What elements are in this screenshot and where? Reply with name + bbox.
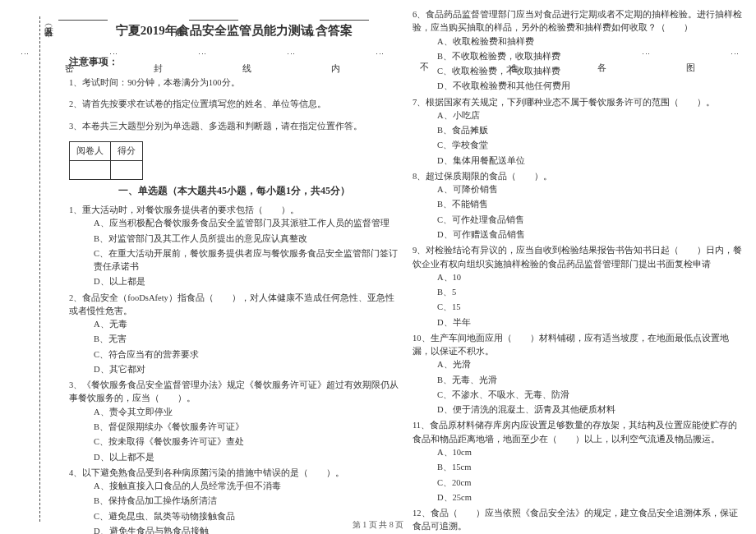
score-box-header: 阅卷人 [70, 141, 111, 160]
question-option: C、学校食堂 [437, 139, 743, 152]
question: 7、根据国家有关规定，下列哪种业态不属于餐饮服务许可的范围（ ）。 A、小吃店 … [413, 96, 743, 168]
question-option: B、保持食品加工操作场所清洁 [94, 495, 399, 508]
question: 3、《餐饮服务食品安全监督管理办法》规定《餐饮服务许可证》超过有效期限仍从事餐饮… [69, 379, 399, 464]
exam-title: 宁夏2019年食品安全监管员能力测试 含答案 [69, 21, 399, 40]
score-box-cell [111, 161, 143, 180]
question-stem: 2、食品安全（fooDsAfety）指食品（ ），对人体健康不造成任何急性、亚急… [69, 292, 399, 319]
score-box-cell [70, 161, 111, 180]
question-option: D、以上都不是 [94, 451, 399, 464]
question-option: D、半年 [437, 316, 743, 329]
binding-field-name: 姓名 [173, 16, 238, 24]
question-option: A、收取检验费和抽样费 [437, 35, 743, 48]
question-stem: 1、重大活动时，对餐饮服务提供者的要求包括（ ）。 [69, 204, 399, 217]
page-number: 第 1 页 共 8 页 [0, 519, 756, 531]
binding-field-unit: 单位 [304, 16, 369, 24]
question: 11、食品原材料储存库房内应设置足够数量的存放架，其结构及位置应能使贮存的食品和… [413, 419, 743, 504]
question-option: B、对监管部门及其工作人员所提出的意见应认真整改 [94, 232, 399, 246]
score-box: 阅卷人 得分 [69, 141, 143, 181]
question-option: C、不渗水、不吸水、无毒、防滑 [437, 389, 743, 402]
question: 8、超过保质期限的食品（ ）。 A、可降价销售 B、不能销售 C、可作处理食品销… [413, 170, 743, 242]
binding-dots: ⋮ [375, 49, 385, 62]
question-option: B、无害 [94, 333, 399, 346]
binding-dots: ⋮ [20, 49, 30, 62]
question-option: A、小吃店 [437, 109, 743, 122]
question-option: C、20cm [437, 476, 743, 490]
binding-dots: ⋮ [463, 49, 474, 62]
question-option: A、10cm [437, 446, 743, 459]
section-heading: 一、单选题（本大题共45小题，每小题1分，共45分） [118, 183, 399, 199]
notice-item: 2、请首先按要求在试卷的指定位置填写您的姓名、单位等信息。 [69, 98, 399, 111]
binding-dots: ⋮ [286, 49, 297, 62]
binding-dots: ⋮ [552, 49, 563, 62]
column-left: 宁夏2019年食品安全监管员能力测试 含答案 注意事项： 1、考试时间：90分钟… [69, 8, 399, 509]
question: 10、生产车间地面应用（ ）材料铺砌，应有适当坡度，在地面最低点设置地漏，以保证… [413, 332, 743, 417]
question-option: A、无毒 [94, 318, 399, 331]
question-option: C、15 [437, 301, 743, 314]
question-option: C、按未取得《餐饮服务许可证》查处 [94, 435, 399, 449]
binding-seal-col: ⋮ 图 ⋮ 各 ⋮ 准 ⋮ 不 ⋮ 内 ⋮ 线 ⋮ 封 ⋮ 密 ⋮ [20, 49, 740, 62]
question: 1、重大活动时，对餐饮服务提供者的要求包括（ ）。 A、应当积极配合餐饮服务食品… [69, 204, 399, 289]
question-option: B、督促限期续办《餐饮服务许可证》 [94, 421, 399, 434]
binding-dots: ⋮ [730, 49, 740, 62]
question-option: D、集体用餐配送单位 [437, 154, 743, 168]
question-option: B、15cm [437, 461, 743, 474]
content-columns: 宁夏2019年食品安全监管员能力测试 含答案 注意事项： 1、考试时间：90分钟… [69, 8, 743, 509]
question-stem: 4、以下避免熟食品受到各种病原菌污染的措施中错误的是（ ）。 [69, 467, 399, 480]
question-option: C、在重大活动开展前，餐饮服务提供者应与餐饮服务食品安全监管部门签订责任承诺书 [94, 247, 399, 274]
question-option: A、应当积极配合餐饮服务食品安全监管部门及其派驻工作人员的监督管理 [94, 217, 399, 230]
question: 9、对检验结论有异议的，应当自收到检验结果报告书告知书日起（ ）日内，餐饮企业有… [413, 244, 743, 329]
question-option: D、以上都是 [94, 275, 399, 288]
question-option: A、光滑 [437, 358, 743, 371]
binding-strip: 单位 姓名 市（区县） ⋮ 图 ⋮ 各 ⋮ 准 ⋮ 不 ⋮ 内 ⋮ 线 ⋮ 封 … [15, 16, 64, 509]
binding-field-city: 市（区县） [43, 16, 108, 24]
question-option: A、接触直接入口食品的人员经常洗手但不消毒 [94, 480, 399, 493]
binding-dots: ⋮ [108, 49, 119, 62]
question-stem: 8、超过保质期限的食品（ ）。 [413, 170, 743, 183]
question-stem: 9、对检验结论有异议的，应当自收到检验结果报告书告知书日起（ ）日内，餐饮企业有… [413, 244, 743, 271]
question-option: D、便于清洗的混凝土、沥青及其他硬质材料 [437, 403, 743, 417]
question-option: A、可降价销售 [437, 183, 743, 196]
question-stem: 6、食品药品监督管理部门应当对食品进行定期或者不定期的抽样检验。进行抽样检验，应… [413, 8, 743, 35]
question-option: A、责令其立即停业 [94, 406, 399, 419]
question-option: B、不能销售 [437, 198, 743, 211]
question-option: B、5 [437, 286, 743, 299]
notice-item: 3、本卷共三大题型分别为单选题、多选题和判断题，请在指定位置作答。 [69, 120, 399, 133]
question: 2、食品安全（fooDsAfety）指食品（ ），对人体健康不造成任何急性、亚急… [69, 292, 399, 377]
question-stem: 3、《餐饮服务食品安全监督管理办法》规定《餐饮服务许可证》超过有效期限仍从事餐饮… [69, 379, 399, 406]
question-option: D、可作赠送食品销售 [437, 228, 743, 242]
question-option: D、25cm [437, 491, 743, 504]
question-option: B、食品摊贩 [437, 124, 743, 137]
question-stem: 7、根据国家有关规定，下列哪种业态不属于餐饮服务许可的范围（ ）。 [413, 96, 743, 109]
question-option: C、收取检验费，不收取抽样费 [437, 65, 743, 78]
column-right: 6、食品药品监督管理部门应当对食品进行定期或者不定期的抽样检验。进行抽样检验，应… [413, 8, 743, 509]
binding-dots: ⋮ [197, 49, 208, 62]
question-stem: 11、食品原材料储存库房内应设置足够数量的存放架，其结构及位置应能使贮存的食品和… [413, 419, 743, 446]
score-box-header: 得分 [111, 141, 143, 160]
binding-dots: ⋮ [641, 49, 652, 62]
question-option: C、符合应当有的营养要求 [94, 348, 399, 361]
question-option: C、可作处理食品销售 [437, 214, 743, 227]
binding-underline-col: 单位 姓名 市（区县） [43, 16, 369, 24]
page: 单位 姓名 市（区县） ⋮ 图 ⋮ 各 ⋮ 准 ⋮ 不 ⋮ 内 ⋮ 线 ⋮ 封 … [0, 0, 756, 534]
question-option: D、不收取检验费和其他任何费用 [437, 80, 743, 93]
question-option: A、10 [437, 271, 743, 284]
question-option: D、其它都对 [94, 363, 399, 376]
question-option: B、无毒、光滑 [437, 374, 743, 387]
notice-item: 1、考试时间：90分钟，本卷满分为100分。 [69, 76, 399, 90]
question-stem: 10、生产车间地面应用（ ）材料铺砌，应有适当坡度，在地面最低点设置地漏，以保证… [413, 332, 743, 359]
binding-fold-line [39, 16, 40, 522]
